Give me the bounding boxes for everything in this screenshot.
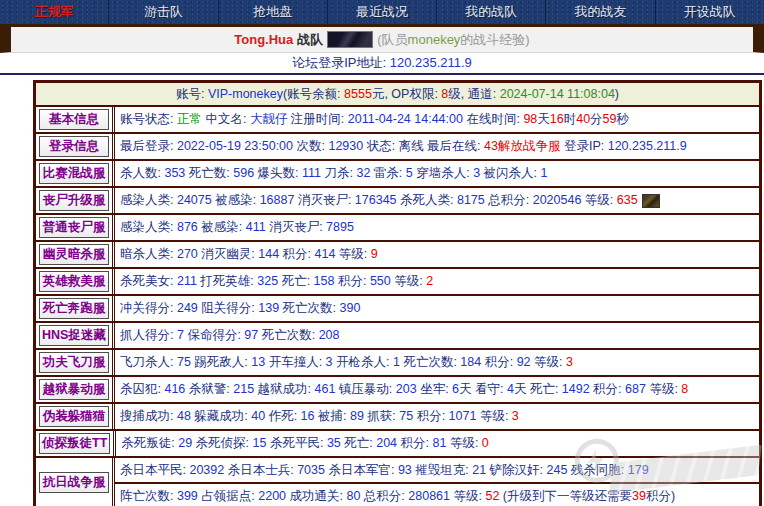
text-segment: 残杀同胞:: [567, 463, 627, 477]
text-segment: 211: [177, 274, 197, 288]
server-label-button[interactable]: 侦探叛徒TT: [39, 433, 110, 454]
text-segment: VIP-monekey: [208, 87, 283, 101]
server-label-button[interactable]: 丧尸升级服: [39, 190, 109, 211]
text-segment: 98: [523, 112, 537, 126]
server-label-cell: 功夫飞刀服: [36, 350, 115, 375]
server-label-button[interactable]: 死亡奔跑服: [39, 298, 109, 319]
text-segment: 249: [177, 301, 198, 315]
text-segment: 杀囚犯:: [120, 382, 164, 396]
text-segment: 刀杀:: [321, 166, 356, 180]
nav-item-2[interactable]: 游击队: [108, 0, 217, 24]
nav-item-5[interactable]: 我的战队: [436, 0, 545, 24]
text-segment: 204: [376, 436, 397, 450]
text-segment: 等级:: [450, 489, 485, 503]
text-segment: 97: [244, 328, 258, 342]
server-label-button[interactable]: 普通丧尸服: [39, 217, 109, 238]
server-label-cell: HNS捉迷藏: [36, 323, 115, 348]
stats-cell: 杀人数: 353 死亡数: 596 爆头数: 111 刀杀: 32 雷杀: 5 …: [115, 161, 759, 186]
text-segment: 179: [628, 463, 649, 477]
text-segment: 积分:: [590, 382, 625, 396]
account-summary: 账号: VIP-monekey(账号余额: 8555元, OP权限: 8级, 通…: [36, 83, 759, 105]
text-segment: 中文名:: [202, 112, 250, 126]
server-label-cell: 登录信息: [36, 134, 115, 159]
text-segment: 6: [452, 382, 459, 396]
table-row: 幽灵暗杀服暗杀人类: 270 消灭幽灵: 144 积分: 414 等级: 9: [36, 240, 759, 267]
table-row: 死亡奔跑服冲关得分: 249 阻关得分: 139 死亡次数: 390: [36, 294, 759, 321]
text-segment: 3: [512, 409, 519, 423]
text-segment: 杀死叛徒:: [121, 436, 178, 450]
stats-cell: 冲关得分: 249 阻关得分: 139 死亡次数: 390: [115, 296, 759, 321]
nav-item-6[interactable]: 我的战友: [545, 0, 654, 24]
text-segment: 7: [177, 328, 184, 342]
text-segment: 596: [233, 166, 254, 180]
text-segment: 次数:: [293, 139, 328, 153]
text-segment: 245: [547, 463, 568, 477]
nav-item-3[interactable]: 抢地盘: [218, 0, 327, 24]
text-segment: 杀死侦探:: [192, 436, 252, 450]
server-label-button[interactable]: 幽灵暗杀服: [39, 244, 109, 265]
stats-cell: 杀死美女: 211 打死英雄: 325 死亡: 158 积分: 550 等级: …: [115, 269, 759, 294]
text-segment: 摧毁坦克:: [412, 463, 472, 477]
text-segment: 416: [164, 382, 185, 396]
text-segment: 最后在线:: [424, 139, 484, 153]
stats-cell: 搜捕成功: 48 躲藏成功: 40 作死: 16 被捕: 89 抓获: 75 积…: [115, 404, 759, 429]
text-segment: 8555: [344, 87, 372, 101]
server-label-cell: 丧尸升级服: [36, 188, 115, 213]
stats-line: 飞刀杀人: 75 踢死敌人: 13 开车撞人: 3 开枪杀人: 1 死亡次数: …: [115, 350, 759, 374]
text-segment: 元, OP权限:: [372, 87, 441, 101]
text-segment: 1492: [562, 382, 590, 396]
text-segment: 抓获:: [364, 409, 399, 423]
text-segment: 看守:: [472, 382, 507, 396]
text-segment: 12930: [328, 139, 363, 153]
text-segment: 杀人数:: [120, 166, 164, 180]
text-segment: 461: [315, 382, 336, 396]
text-segment: 15: [253, 436, 267, 450]
server-label-button[interactable]: 越狱暴动服: [39, 379, 109, 400]
server-label-button[interactable]: 比赛混战服: [39, 163, 109, 184]
clan-name-suffix: 战队: [297, 31, 323, 49]
text-segment: 占领据点:: [198, 489, 258, 503]
text-segment: 等级:: [581, 193, 616, 207]
server-label-button[interactable]: 英雄救美服: [39, 271, 109, 292]
nav-item-4[interactable]: 最近战况: [327, 0, 436, 24]
text-segment: 积分:: [481, 355, 516, 369]
text-segment: 级, 通道:: [448, 87, 499, 101]
text-segment: 被闪杀人:: [480, 166, 540, 180]
text-segment: 积分): [646, 489, 675, 503]
stats-line: 感染人类: 876 被感染: 411 消灭丧尸: 7895: [115, 215, 759, 239]
stats-line: 阵亡次数: 399 占领据点: 2200 成功通关: 80 总积分: 28086…: [115, 482, 759, 506]
server-label-button[interactable]: 伪装躲猫猫: [39, 406, 109, 427]
server-label-cell: 基本信息: [36, 107, 115, 132]
server-label-button[interactable]: 抗日战争服: [39, 472, 109, 493]
text-segment: 大靓仔: [250, 112, 288, 126]
text-segment: 搜捕成功:: [120, 409, 177, 423]
text-segment: 550: [370, 274, 391, 288]
member-subtitle: (队员monekey的战斗经验): [377, 31, 529, 49]
text-segment: 24075: [177, 193, 212, 207]
text-segment: 杀死平民:: [266, 436, 326, 450]
nav-item-1[interactable]: 正规军: [0, 0, 108, 24]
text-segment: 111: [302, 166, 321, 180]
text-segment: 开枪杀人:: [333, 355, 393, 369]
top-nav: 正规军游击队抢地盘最近战况我的战队我的战友开设战队: [0, 0, 764, 24]
ip-value: 120.235.211.9: [390, 55, 472, 70]
text-segment: 抓人得分:: [120, 328, 177, 342]
member-name: monekey: [408, 32, 461, 47]
text-segment: 1071: [449, 409, 477, 423]
nav-item-7[interactable]: 开设战队: [655, 0, 764, 24]
stats-cell: 感染人类: 24075 被感染: 16887 消灭丧尸: 176345 杀死人类…: [115, 188, 759, 213]
server-label-button[interactable]: 登录信息: [39, 136, 109, 157]
server-label-button[interactable]: 功夫飞刀服: [39, 352, 109, 373]
server-label-button[interactable]: HNS捉迷藏: [39, 325, 109, 346]
text-segment: 天: [514, 382, 527, 396]
text-segment: 总积分:: [360, 489, 408, 503]
text-segment: 账号状态:: [120, 112, 177, 126]
text-segment: 144: [258, 247, 279, 261]
text-segment: 2022-05-19 23:50:00: [177, 139, 293, 153]
text-segment: (账号余额:: [283, 87, 344, 101]
server-label-button[interactable]: 基本信息: [39, 109, 109, 130]
text-segment: 镇压暴动:: [335, 382, 395, 396]
stats-table: 账号: VIP-monekey(账号余额: 8555元, OP权限: 8级, 通…: [33, 80, 762, 506]
stats-line: 杀囚犯: 416 杀狱警: 215 越狱成功: 461 镇压暴动: 203 坐牢…: [115, 377, 759, 401]
text-segment: 3: [326, 355, 333, 369]
